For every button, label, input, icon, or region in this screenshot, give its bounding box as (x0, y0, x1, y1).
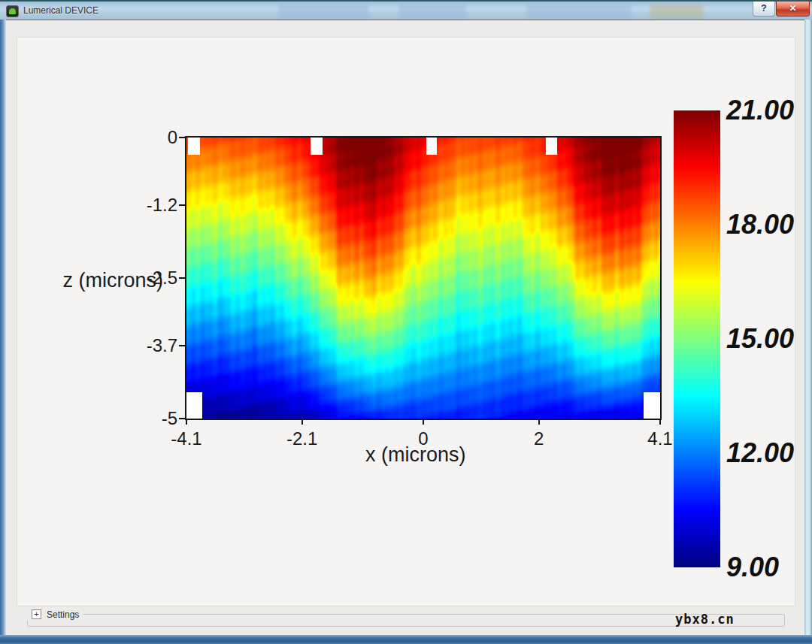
colorbar-tick-label: 9.00 (726, 552, 779, 583)
colorbar-tick-label: 15.00 (726, 323, 794, 355)
z-tick-label: 0 (168, 127, 177, 148)
app-window: Lumerical DEVICE ? ✕ z (microns) x (micr… (0, 0, 812, 644)
settings-groupbox (27, 614, 785, 627)
contact-region (311, 138, 322, 155)
contact-region (546, 138, 557, 155)
x-tick-mark (301, 419, 303, 425)
contact-region (426, 138, 438, 155)
x-tick-label: -4.1 (171, 428, 201, 449)
watermark-text: ybx8.cn (675, 612, 735, 627)
close-button[interactable]: ✕ (776, 2, 810, 17)
z-tick-label: -2.5 (147, 268, 177, 289)
titlebar-ghost-toolbar (650, 5, 703, 18)
x-tick-mark (538, 419, 540, 425)
x-tick-mark (423, 419, 424, 425)
contact-region (186, 392, 202, 419)
z-tick-label: -5 (162, 408, 177, 429)
window-title: Lumerical DEVICE (23, 5, 98, 16)
titlebar-ghost-toolbar (526, 5, 632, 18)
x-tick-label: -2.1 (286, 428, 317, 449)
contact-region (188, 138, 200, 155)
settings-label: Settings (47, 609, 79, 620)
colorbar-tick-label: 21.00 (726, 95, 794, 126)
z-tick-label: -3.7 (147, 335, 177, 356)
x-tick-label: 0 (418, 428, 428, 449)
x-tick-mark (186, 419, 187, 425)
titlebar-ghost-toolbar (278, 5, 368, 18)
colorbar-tick-label: 18.00 (726, 209, 794, 240)
z-tick-mark (179, 345, 185, 346)
colorbar (674, 110, 720, 567)
x-axis-label: x (microns) (365, 443, 466, 467)
help-button[interactable]: ? (753, 2, 775, 17)
x-tick-label: 2 (534, 428, 544, 449)
x-tick-label: 4.1 (647, 428, 672, 449)
window-border-left (0, 20, 6, 635)
window-border-bottom (0, 635, 812, 644)
settings-expander-button[interactable]: + (32, 609, 41, 619)
heatmap-canvas[interactable] (186, 138, 660, 419)
z-tick-mark (179, 418, 185, 419)
colorbar-tick-label: 12.00 (726, 437, 794, 469)
x-tick-mark (659, 419, 661, 425)
titlebar[interactable]: Lumerical DEVICE ? ✕ (0, 0, 812, 20)
z-tick-mark (179, 137, 185, 138)
titlebar-ghost-toolbar (398, 5, 466, 18)
z-tick-label: -1.2 (147, 195, 177, 216)
app-logo-icon (6, 5, 19, 17)
contact-region (644, 392, 660, 419)
z-tick-mark (179, 277, 185, 279)
z-tick-mark (179, 204, 185, 206)
window-border-right (804, 20, 812, 635)
